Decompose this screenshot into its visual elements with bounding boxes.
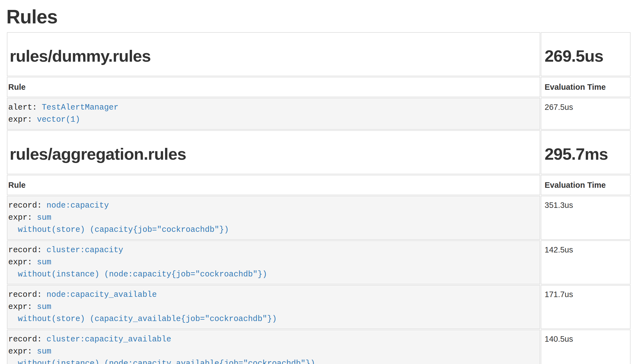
group-eval-time: 295.7ms [545,145,628,163]
rule-eval-time: 171.7us [541,285,631,329]
rule-eval-time: 142.5us [541,240,631,284]
evaluation-time-column-header: Evaluation Time [541,77,631,97]
page-title: Rules [6,6,631,28]
rule-column-header: Rule [7,77,540,97]
rule-expr-label: expr: [8,302,32,311]
rule-name-line: record:cluster:capacity [8,244,538,256]
rule-name-link[interactable]: node:capacity [47,201,109,210]
group-name: rules/aggregation.rules [10,145,538,163]
rule-name-line: alert:TestAlertManager [8,102,538,114]
rule-eval-time: 351.3us [541,196,631,240]
evaluation-time-column-header: Evaluation Time [541,175,631,195]
rule-expr-label: expr: [8,258,32,267]
rule-type-label: alert: [8,103,37,112]
rule-expr-line: expr:sum without(store) (capacity_availa… [8,301,538,325]
rule-eval-time: 140.5us [541,330,631,364]
rule-name-line: record:node:capacity_available [8,289,538,301]
rule-row: record:node:capacityexpr:sum without(sto… [7,196,631,240]
column-header-row: Rule Evaluation Time [7,77,631,97]
rule-expr-link[interactable]: sum without(store) (capacity{job="cockro… [8,213,538,236]
rule-expr-label: expr: [8,347,32,356]
rule-expr-label: expr: [8,213,32,222]
rule-expr-link[interactable]: vector(1) [37,115,80,124]
rule-expr-label: expr: [8,115,32,124]
rule-code: record:node:capacity_availableexpr:sum w… [8,289,538,325]
group-name-cell: rules/dummy.rules [7,32,540,76]
rule-cell: record:node:capacityexpr:sum without(sto… [7,196,540,240]
rule-row: alert:TestAlertManagerexpr:vector(1) 267… [7,98,631,130]
rule-cell: record:cluster:capacity_availableexpr:su… [7,330,540,364]
rule-name-link[interactable]: cluster:capacity [47,246,123,255]
rule-cell: record:cluster:capacityexpr:sum without(… [7,240,540,284]
rule-cell: alert:TestAlertManagerexpr:vector(1) [7,98,540,130]
rule-cell: record:node:capacity_availableexpr:sum w… [7,285,540,329]
rule-expr-line: expr:vector(1) [8,114,538,126]
group-name-cell: rules/aggregation.rules [7,130,540,174]
group-name: rules/dummy.rules [10,47,538,65]
rule-expr-link[interactable]: sum without(store) (capacity_available{j… [8,302,538,325]
rule-row: record:cluster:capacityexpr:sum without(… [7,240,631,284]
rule-name-link[interactable]: TestAlertManager [42,103,118,112]
rule-expr-line: expr:sum without(instance) (node:capacit… [8,346,538,364]
rule-type-label: record: [8,246,42,255]
rule-row: record:cluster:capacity_availableexpr:su… [7,330,631,364]
rule-column-header: Rule [7,175,540,195]
rule-code: record:node:capacityexpr:sum without(sto… [8,200,538,236]
group-eval-time: 269.5us [545,47,628,65]
group-eval-time-cell: 295.7ms [541,130,631,174]
rule-name-line: record:cluster:capacity_available [8,333,538,346]
rule-type-label: record: [8,335,42,344]
rule-name-line: record:node:capacity [8,200,538,212]
rule-eval-time: 267.5us [541,98,631,130]
rule-expr-link[interactable]: sum without(instance) (node:capacity{job… [8,258,538,281]
rule-code: record:cluster:capacity_availableexpr:su… [8,333,538,364]
rules-table: rules/dummy.rules 269.5us Rule Evaluatio… [6,32,631,364]
rule-row: record:node:capacity_availableexpr:sum w… [7,285,631,329]
rule-name-link[interactable]: cluster:capacity_available [47,335,171,344]
rules-page: Rules rules/dummy.rules 269.5us Rule Eva… [0,6,638,364]
rule-expr-line: expr:sum without(instance) (node:capacit… [8,256,538,281]
group-header-row: rules/dummy.rules 269.5us [7,32,631,76]
group-header-row: rules/aggregation.rules 295.7ms [7,130,631,174]
rule-expr-link[interactable]: sum without(instance) (node:capacity_ava… [8,347,538,364]
rule-expr-line: expr:sum without(store) (capacity{job="c… [8,212,538,236]
rule-name-link[interactable]: node:capacity_available [47,290,157,299]
rule-code: alert:TestAlertManagerexpr:vector(1) [8,102,538,126]
column-header-row: Rule Evaluation Time [7,175,631,195]
group-eval-time-cell: 269.5us [541,32,631,76]
rule-type-label: record: [8,201,42,210]
rule-type-label: record: [8,290,42,299]
rule-code: record:cluster:capacityexpr:sum without(… [8,244,538,281]
